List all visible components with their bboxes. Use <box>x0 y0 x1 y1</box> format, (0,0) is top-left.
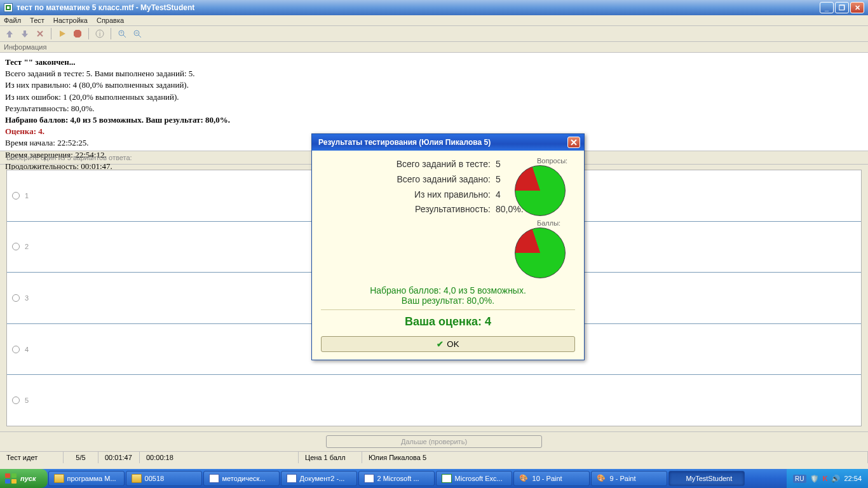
zoom-in-icon[interactable]: + <box>116 28 128 39</box>
answer-label: 4 <box>25 346 29 353</box>
taskbar-item[interactable]: 00518 <box>126 471 202 486</box>
svg-text:i: i <box>99 30 100 37</box>
language-indicator[interactable]: RU <box>793 475 806 483</box>
taskbar-item[interactable]: 🎨9 - Paint <box>591 471 667 486</box>
info-score-line: Набрано баллов: 4,0 из 5 возможных. Ваш … <box>5 114 863 126</box>
windows-logo-icon <box>5 473 17 484</box>
divider <box>321 309 575 310</box>
pie-questions-label: Вопросы: <box>537 157 575 165</box>
status-price: Цена 1 балл <box>299 452 362 463</box>
play-icon[interactable] <box>57 28 68 39</box>
status-remaining: 00:00:18 <box>140 452 299 463</box>
dialog-stat-labels: Всего заданий в тесте: Всего заданий зад… <box>321 157 496 281</box>
radio-icon <box>12 396 20 404</box>
dialog-score-text: Набрано баллов: 4,0 из 5 возможных. Ваш … <box>321 285 575 306</box>
paint-icon: 🎨 <box>597 474 607 483</box>
tray-icon[interactable]: 🔊 <box>831 475 840 483</box>
window-titlebar: тест по математике 5 класс.mtf - MyTestS… <box>0 0 868 15</box>
status-test-running: Тест идет <box>0 452 64 463</box>
arrow-down-icon[interactable] <box>19 28 31 39</box>
menu-help[interactable]: Справка <box>97 17 124 24</box>
info-line: Тест "" закончен... <box>5 57 863 68</box>
pie-chart-questions <box>515 165 566 216</box>
status-user: Юлия Пикалова 5 <box>362 452 868 463</box>
menu-settings[interactable]: Настройка <box>53 17 88 24</box>
taskbar-item[interactable]: программа М... <box>48 471 125 486</box>
check-icon: ✔ <box>437 339 444 349</box>
taskbar-item[interactable]: 🎨10 - Paint <box>513 471 590 486</box>
start-label: пуск <box>20 475 36 482</box>
window-title-text: тест по математике 5 класс.mtf - MyTestS… <box>17 3 194 12</box>
dialog-titlebar[interactable]: Результаты тестирования (Юлия Пикалова 5… <box>312 134 584 151</box>
delete-icon[interactable] <box>34 28 46 39</box>
start-button[interactable]: пуск <box>0 469 48 488</box>
word-icon <box>287 474 297 483</box>
app-icon <box>4 3 13 12</box>
ok-button[interactable]: ✔ OK <box>321 336 575 352</box>
pie-chart-points <box>515 227 566 278</box>
stop-icon[interactable] <box>72 28 83 39</box>
taskbar-item[interactable]: Microsoft Exc... <box>436 471 512 486</box>
info-line: Всего заданий в тесте: 5. Вами выполнено… <box>5 68 863 79</box>
toolbar: i + <box>0 26 868 42</box>
folder-icon <box>54 474 64 483</box>
dialog-title-text: Результаты тестирования (Юлия Пикалова 5… <box>318 138 491 147</box>
info-line: Из них правильно: 4 (80,0% выполненных з… <box>5 79 863 91</box>
status-progress: 5/5 <box>64 452 98 463</box>
word-icon <box>364 474 374 483</box>
answer-label: 5 <box>25 396 29 404</box>
radio-icon <box>12 346 20 353</box>
tray-icon[interactable]: K <box>823 475 828 482</box>
info-panel-header: Информация <box>0 42 868 53</box>
word-icon <box>209 474 219 483</box>
taskbar-item-active[interactable]: MyTestStudent <box>668 471 745 486</box>
answer-label: 2 <box>25 243 29 250</box>
taskbar-item[interactable]: методическ... <box>203 471 280 486</box>
ok-label: OK <box>447 339 459 349</box>
svg-line-4 <box>123 35 126 37</box>
radio-icon <box>12 192 20 200</box>
folder-icon <box>132 474 142 483</box>
info-icon[interactable]: i <box>94 28 105 39</box>
taskbar-item[interactable]: Документ2 -... <box>281 471 357 486</box>
status-elapsed: 00:01:47 <box>98 452 140 463</box>
answer-label: 3 <box>25 294 29 302</box>
info-line: Результативность: 80,0%. <box>5 103 863 114</box>
minimize-button[interactable]: _ <box>820 2 834 13</box>
paint-icon: 🎨 <box>519 474 529 483</box>
dialog-stat-values: 5 5 4 80,0%. <box>496 157 515 281</box>
dialog-grade: Ваша оценка: 4 <box>321 315 575 329</box>
status-bar: Тест идет 5/5 00:01:47 00:00:18 Цена 1 б… <box>0 451 868 463</box>
radio-icon <box>12 243 20 250</box>
next-button[interactable]: Дальше (проверить) <box>326 435 542 448</box>
menu-file[interactable]: Файл <box>4 17 21 24</box>
taskbar: пуск программа М... 00518 методическ... … <box>0 469 868 488</box>
arrow-up-icon[interactable] <box>4 28 15 39</box>
svg-marker-0 <box>74 30 81 37</box>
svg-text:+: + <box>120 30 123 35</box>
svg-line-7 <box>139 35 141 37</box>
info-line: Из них ошибок: 1 (20,0% выполненных зада… <box>5 92 863 103</box>
radio-icon <box>12 294 20 302</box>
tray-icon[interactable]: 🛡️ <box>810 475 819 483</box>
menu-test[interactable]: Тест <box>30 17 44 24</box>
answer-label: 1 <box>25 192 29 200</box>
menu-bar: Файл Тест Настройка Справка <box>0 15 868 26</box>
dialog-close-button[interactable] <box>567 137 580 148</box>
zoom-out-icon[interactable] <box>132 28 143 39</box>
app-icon <box>674 474 683 483</box>
clock[interactable]: 22:54 <box>844 475 862 482</box>
taskbar-item[interactable]: 2 Microsoft ... <box>358 471 435 486</box>
close-button[interactable]: ✕ <box>850 2 864 13</box>
excel-icon <box>442 474 452 483</box>
answer-option[interactable]: 5 <box>7 375 861 426</box>
system-tray: RU 🛡️ K 🔊 22:54 <box>787 469 868 488</box>
maximize-button[interactable]: ❐ <box>835 2 849 13</box>
results-dialog: Результаты тестирования (Юлия Пикалова 5… <box>311 133 585 360</box>
pie-points-label: Баллы: <box>537 219 575 227</box>
